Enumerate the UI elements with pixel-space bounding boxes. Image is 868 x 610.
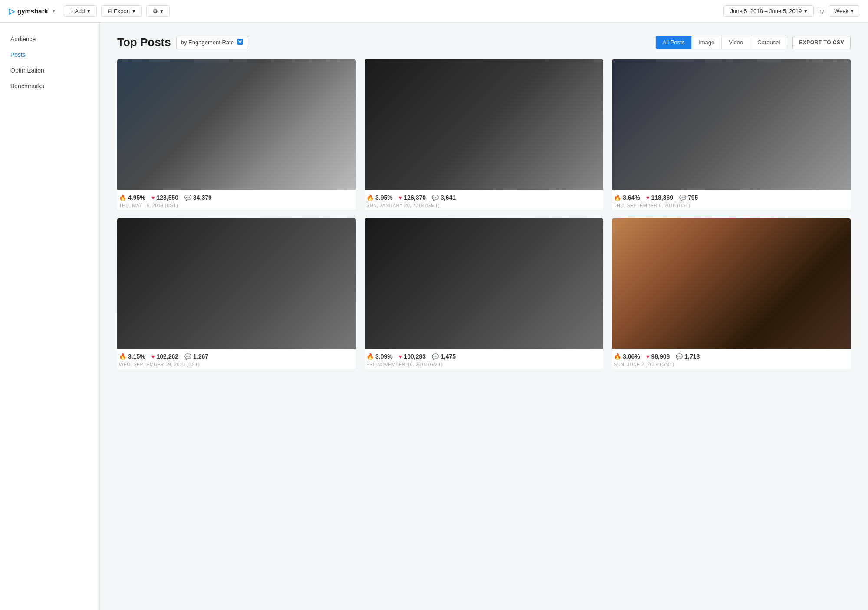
sidebar-item-audience[interactable]: Audience (0, 31, 99, 47)
heart-icon: ♥ (646, 195, 650, 201)
comments-value: 34,379 (193, 194, 212, 201)
main-content: Top Posts by Engagement Rate All Posts I… (100, 23, 868, 610)
settings-chevron-icon: ▾ (160, 8, 163, 14)
period-label: Week (834, 8, 848, 14)
heart-icon: ♥ (646, 353, 650, 360)
sidebar-label-optimization: Optimization (10, 67, 44, 74)
page-title: Top Posts (117, 36, 171, 49)
post-card[interactable]: 🔥 3.95% ♥ 126,370 💬 3,641 SUN, JANUARY 2… (365, 59, 603, 210)
comments-value: 3,641 (441, 194, 456, 201)
post-stats: 🔥 3.15% ♥ 102,262 💬 1,267 (119, 353, 354, 360)
export-csv-button[interactable]: EXPORT TO CSV (792, 36, 851, 49)
posts-title-area: Top Posts by Engagement Rate (117, 36, 248, 49)
sidebar-item-posts[interactable]: Posts (0, 47, 99, 63)
engagement-value: 3.95% (375, 194, 393, 201)
tab-video[interactable]: Video (722, 36, 750, 49)
heart-icon: ♥ (151, 353, 155, 360)
comments-stat: 💬 1,267 (184, 353, 208, 360)
logo-icon: ▷ (9, 7, 15, 16)
date-range-button[interactable]: June 5, 2018 – June 5, 2019 ▾ (723, 5, 814, 17)
likes-stat: ♥ 128,550 (151, 194, 178, 201)
post-date: FRI, NOVEMBER 16, 2018 (GMT) (366, 362, 602, 367)
fire-icon: 🔥 (366, 353, 374, 360)
filter-tabs: All Posts Image Video Carousel (655, 36, 788, 49)
tab-video-label: Video (729, 39, 743, 46)
header-right: All Posts Image Video Carousel EXPORT TO… (655, 36, 851, 49)
export-button-label: ⊟ Export (108, 8, 130, 14)
logo-dropdown-arrow[interactable]: ▾ (53, 8, 55, 14)
sort-dropdown[interactable]: by Engagement Rate (176, 36, 248, 49)
comment-icon: 💬 (676, 353, 683, 360)
post-card[interactable]: 🔥 4.95% ♥ 128,550 💬 34,379 THU, MAY 16, … (117, 59, 356, 210)
heart-icon: ♥ (151, 195, 155, 201)
add-chevron-icon: ▾ (87, 8, 90, 14)
post-stats: 🔥 3.06% ♥ 98,908 💬 1,713 (614, 353, 849, 360)
settings-button[interactable]: ⚙ ▾ (146, 5, 170, 17)
post-image (365, 218, 603, 349)
post-date: WED, SEPTEMBER 19, 2018 (BST) (119, 362, 354, 367)
post-card[interactable]: 🔥 3.06% ♥ 98,908 💬 1,713 SUN, JUNE 2, 20… (612, 218, 851, 369)
comments-value: 795 (688, 194, 698, 201)
tab-carousel[interactable]: Carousel (750, 36, 787, 49)
tab-all-posts-label: All Posts (663, 39, 685, 46)
comments-value: 1,475 (441, 353, 456, 360)
likes-value: 118,869 (651, 194, 673, 201)
comments-stat: 💬 795 (679, 194, 698, 201)
post-image (117, 59, 356, 190)
sidebar-item-optimization[interactable]: Optimization (0, 63, 99, 78)
post-image (612, 59, 851, 190)
likes-value: 100,283 (404, 353, 426, 360)
comment-icon: 💬 (679, 195, 686, 201)
engagement-value: 3.15% (128, 353, 145, 360)
post-image (365, 59, 603, 190)
likes-value: 98,908 (651, 353, 670, 360)
fire-icon: 🔥 (614, 194, 621, 201)
comments-value: 1,267 (193, 353, 208, 360)
post-meta: 🔥 3.15% ♥ 102,262 💬 1,267 WED, SEPTEMBER… (117, 349, 356, 369)
likes-stat: ♥ 126,370 (399, 194, 426, 201)
sidebar-label-posts: Posts (10, 51, 26, 58)
posts-header: Top Posts by Engagement Rate All Posts I… (117, 36, 851, 49)
engagement-stat: 🔥 3.15% (119, 353, 145, 360)
post-card[interactable]: 🔥 3.09% ♥ 100,283 💬 1,475 FRI, NOVEMBER … (365, 218, 603, 369)
add-button[interactable]: + Add ▾ (64, 5, 97, 17)
date-range-label: June 5, 2018 – June 5, 2019 (730, 8, 802, 14)
post-card[interactable]: 🔥 3.15% ♥ 102,262 💬 1,267 WED, SEPTEMBER… (117, 218, 356, 369)
engagement-value: 3.64% (623, 194, 640, 201)
post-card[interactable]: 🔥 3.64% ♥ 118,869 💬 795 THU, SEPTEMBER 6… (612, 59, 851, 210)
post-date: THU, SEPTEMBER 6, 2018 (BST) (614, 203, 849, 208)
posts-grid: 🔥 4.95% ♥ 128,550 💬 34,379 THU, MAY 16, … (117, 59, 851, 369)
sidebar-label-audience: Audience (10, 36, 36, 43)
comments-value: 1,713 (684, 353, 700, 360)
post-meta: 🔥 3.09% ♥ 100,283 💬 1,475 FRI, NOVEMBER … (365, 349, 603, 369)
engagement-stat: 🔥 3.95% (366, 194, 393, 201)
settings-icon: ⚙ (153, 8, 158, 14)
comments-stat: 💬 1,713 (676, 353, 700, 360)
top-nav: ▷ gymshark ▾ + Add ▾ ⊟ Export ▾ ⚙ ▾ June… (0, 0, 868, 23)
sidebar-item-benchmarks[interactable]: Benchmarks (0, 78, 99, 94)
likes-value: 128,550 (156, 194, 178, 201)
engagement-stat: 🔥 3.09% (366, 353, 393, 360)
engagement-stat: 🔥 3.06% (614, 353, 640, 360)
tab-image[interactable]: Image (692, 36, 722, 49)
logo[interactable]: ▷ gymshark ▾ (9, 7, 55, 16)
engagement-value: 3.06% (623, 353, 640, 360)
post-date: THU, MAY 16, 2019 (BST) (119, 203, 354, 208)
likes-stat: ♥ 118,869 (646, 194, 673, 201)
engagement-value: 4.95% (128, 194, 145, 201)
tab-all-posts[interactable]: All Posts (656, 36, 692, 49)
period-button[interactable]: Week ▾ (829, 5, 859, 17)
nav-actions: + Add ▾ ⊟ Export ▾ ⚙ ▾ (64, 5, 170, 17)
svg-rect-0 (237, 39, 243, 45)
sidebar-label-benchmarks: Benchmarks (10, 82, 44, 89)
heart-icon: ♥ (399, 353, 402, 360)
comments-stat: 💬 34,379 (184, 194, 212, 201)
tab-image-label: Image (699, 39, 714, 46)
fire-icon: 🔥 (119, 353, 126, 360)
export-button[interactable]: ⊟ Export ▾ (101, 5, 142, 17)
fire-icon: 🔥 (119, 194, 126, 201)
fire-icon: 🔥 (366, 194, 374, 201)
post-image (117, 218, 356, 349)
sidebar: Audience Posts Optimization Benchmarks (0, 23, 100, 610)
engagement-value: 3.09% (375, 353, 393, 360)
